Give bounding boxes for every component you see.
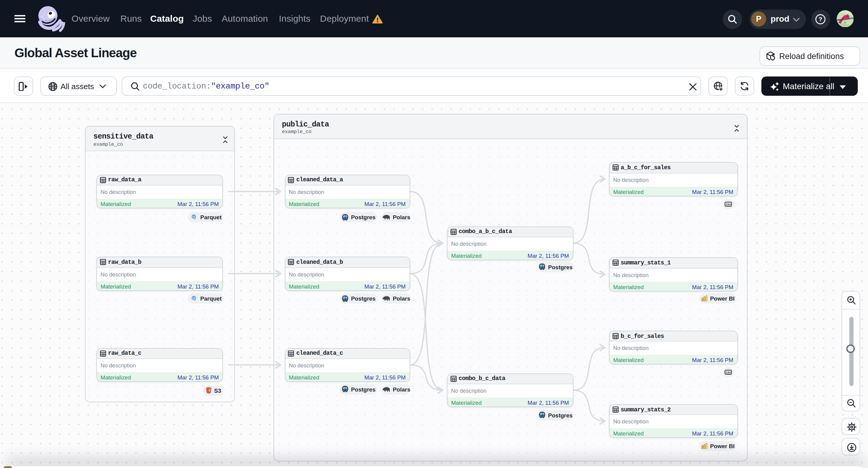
svg-text:CSV: CSV [726, 203, 731, 206]
svg-text:CSV: CSV [726, 371, 731, 374]
svg-text:?: ? [818, 15, 823, 23]
